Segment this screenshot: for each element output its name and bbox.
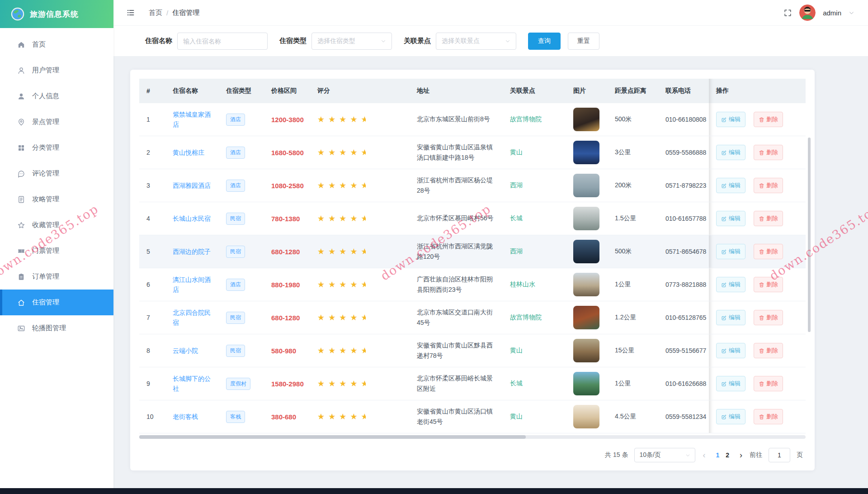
delete-button[interactable]: 删除 — [754, 211, 783, 226]
edit-button[interactable]: 编辑 — [716, 409, 745, 424]
lodging-photo[interactable] — [573, 207, 599, 230]
lodging-type-tag: 酒店 — [226, 114, 245, 126]
lodging-photo[interactable] — [573, 108, 599, 131]
sidebar-item-收藏管理[interactable]: 收藏管理 — [0, 212, 113, 238]
pagination: 共 15 条 10条/页 ‹ 12 › 前往 页 — [139, 448, 806, 462]
row-index: 2 — [139, 136, 165, 169]
collapse-menu-icon[interactable] — [126, 8, 135, 17]
breadcrumb-home[interactable]: 首页 — [149, 9, 162, 17]
sidebar-item-门票管理[interactable]: 门票管理 — [0, 238, 113, 264]
query-button[interactable]: 查询 — [528, 33, 561, 50]
goto-page-input[interactable] — [769, 448, 790, 462]
page-size-select[interactable]: 10条/页 — [634, 448, 695, 462]
lodging-photo[interactable] — [573, 405, 599, 428]
lodging-photo[interactable] — [573, 240, 599, 263]
delete-button[interactable]: 删除 — [754, 277, 783, 292]
prev-page-button[interactable]: ‹ — [702, 451, 706, 460]
lodging-name-link[interactable]: 漓江山水间酒店 — [173, 275, 212, 295]
edit-button[interactable]: 编辑 — [716, 178, 745, 193]
breadcrumb-current: 住宿管理 — [172, 9, 199, 17]
lodging-photo[interactable] — [573, 174, 599, 197]
edit-button[interactable]: 编辑 — [716, 211, 745, 226]
rating-stars: ★★★★★ — [317, 346, 366, 355]
edit-button[interactable]: 编辑 — [716, 145, 745, 160]
lodging-name-link[interactable]: 长城山水民宿 — [173, 214, 212, 223]
page-number-1[interactable]: 1 — [712, 451, 722, 459]
sidebar-item-攻略管理[interactable]: 攻略管理 — [0, 186, 113, 212]
distance: 15公里 — [608, 334, 658, 367]
edit-button[interactable]: 编辑 — [716, 277, 745, 292]
globe-logo-icon — [11, 7, 24, 21]
fullscreen-icon[interactable] — [783, 9, 792, 17]
pagination-total: 共 15 条 — [605, 451, 628, 459]
edit-button[interactable]: 编辑 — [716, 343, 745, 358]
horizontal-scrollbar-thumb[interactable] — [139, 435, 526, 439]
edit-button[interactable]: 编辑 — [716, 112, 745, 127]
delete-button[interactable]: 删除 — [754, 310, 783, 325]
page-number-2[interactable]: 2 — [722, 451, 732, 459]
rating-stars: ★★★★★ — [317, 247, 366, 256]
delete-button[interactable]: 删除 — [754, 112, 783, 127]
related-scenic-select[interactable]: 选择关联景点 — [436, 33, 516, 50]
sidebar-item-个人信息[interactable]: 个人信息 — [0, 83, 113, 109]
lodging-name-link[interactable]: 老街客栈 — [173, 412, 212, 422]
table-row: 6 漓江山水间酒店 酒店 880-1980 ★★★★★ 广西壮族自治区桂林市阳朔… — [139, 268, 806, 301]
sidebar-item-评论管理[interactable]: 评论管理 — [0, 161, 113, 186]
horizontal-scrollbar[interactable] — [139, 435, 806, 439]
sidebar-item-景点管理[interactable]: 景点管理 — [0, 109, 113, 135]
distance: 1.2公里 — [608, 301, 658, 334]
delete-button[interactable]: 删除 — [754, 343, 783, 358]
delete-button[interactable]: 删除 — [754, 244, 783, 259]
lodging-name-link[interactable]: 云端小院 — [173, 346, 212, 356]
profile-icon — [17, 92, 25, 100]
lodging-photo[interactable] — [573, 141, 599, 164]
delete-button[interactable]: 删除 — [754, 409, 783, 424]
edit-button[interactable]: 编辑 — [716, 376, 745, 391]
column-header-联系电话: 联系电话 — [658, 79, 709, 103]
lodging-name-link[interactable]: 西湖雅园酒店 — [173, 180, 212, 190]
user-avatar[interactable] — [799, 5, 816, 21]
user-menu-chevron-icon[interactable] — [849, 10, 854, 16]
price-range: 380-680 — [271, 413, 296, 421]
table-row: 10 老街客栈 客栈 380-680 ★★★★★ 安徽省黄山市黄山区汤口镇老街4… — [139, 400, 806, 433]
topbar: 首页 / 住宿管理 admin — [113, 0, 868, 25]
lodging-type-tag: 酒店 — [226, 279, 245, 291]
sidebar-item-住宿管理[interactable]: 住宿管理 — [0, 290, 113, 315]
reset-button[interactable]: 重置 — [568, 33, 599, 50]
sidebar-item-用户管理[interactable]: 用户管理 — [0, 57, 113, 83]
lodging-name-link[interactable]: 紫禁城皇家酒店 — [173, 109, 212, 130]
sidebar-item-分类管理[interactable]: 分类管理 — [0, 135, 113, 161]
related-scenic: 西湖 — [510, 247, 523, 255]
delete-button[interactable]: 删除 — [754, 145, 783, 160]
sidebar-item-订单管理[interactable]: 订单管理 — [0, 264, 113, 290]
lodging-photo[interactable] — [573, 339, 599, 362]
delete-button[interactable]: 删除 — [754, 376, 783, 391]
related-scenic: 故宫博物院 — [510, 115, 542, 123]
vertical-scrollbar-thumb[interactable] — [808, 138, 811, 332]
lodging-name-input[interactable] — [177, 33, 268, 50]
lodging-photo[interactable] — [573, 372, 599, 395]
edit-button[interactable]: 编辑 — [716, 244, 745, 259]
sidebar-menu: 首页用户管理个人信息景点管理分类管理评论管理攻略管理收藏管理门票管理订单管理住宿… — [0, 28, 113, 341]
lodging-photo[interactable] — [573, 273, 599, 296]
distance: 1公里 — [608, 367, 658, 400]
brand-header: 旅游信息系统 — [0, 0, 113, 28]
related-scenic: 黄山 — [510, 148, 523, 156]
address: 北京市怀柔区慕田峪长城景区附近 — [417, 373, 495, 394]
lodging-table-card: #住宿名称住宿类型价格区间评分地址关联景点图片距景点距离联系电话操作 1 紫禁城… — [130, 70, 815, 470]
lodging-type-select[interactable]: 选择住宿类型 — [311, 33, 392, 50]
lodging-name-link[interactable]: 北京四合院民宿 — [173, 308, 212, 328]
price-range: 580-980 — [271, 347, 296, 355]
lodging-name-link[interactable]: 长城脚下的公社 — [173, 374, 212, 394]
lodging-name-link[interactable]: 西湖边的院子 — [173, 247, 212, 256]
next-page-button[interactable]: › — [739, 451, 743, 460]
sidebar-item-轮播图管理[interactable]: 轮播图管理 — [0, 315, 113, 341]
sidebar-item-首页[interactable]: 首页 — [0, 32, 113, 57]
username[interactable]: admin — [823, 9, 841, 17]
lodging-name-link[interactable]: 黄山悦榕庄 — [173, 147, 212, 157]
phone: 0559-5586888 — [665, 149, 709, 156]
phone: 010-65128765 — [665, 314, 709, 321]
lodging-photo[interactable] — [573, 306, 599, 329]
edit-button[interactable]: 编辑 — [716, 310, 745, 325]
delete-button[interactable]: 删除 — [754, 178, 783, 193]
